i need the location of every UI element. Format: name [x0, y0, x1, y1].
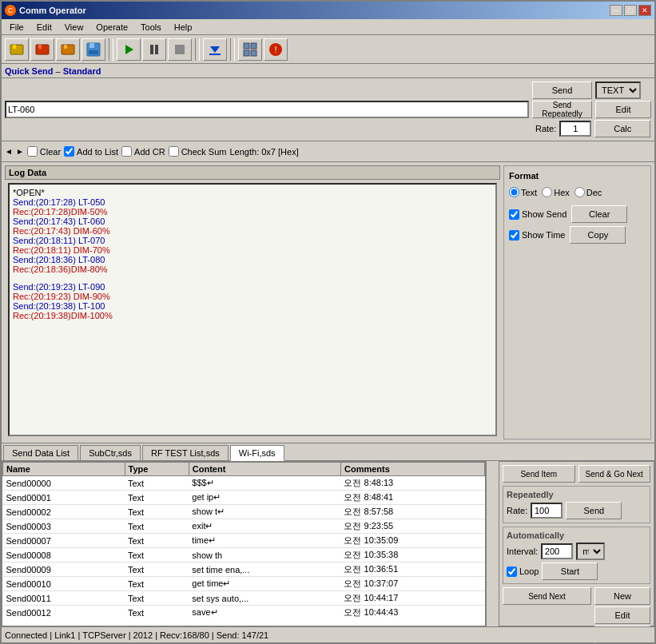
status-text: Connected | Link1 | TCPServer | 2012 | R…	[5, 630, 268, 640]
start-button[interactable]: Start	[542, 563, 598, 580]
stop-button[interactable]	[168, 38, 192, 61]
cell-type: Text	[125, 606, 189, 618]
log-entry: Send:(20:18:11) LT-070	[13, 236, 492, 245]
show-time-checkbox[interactable]: Show Time	[509, 230, 565, 241]
send-button[interactable]: Send	[532, 81, 592, 99]
close-button[interactable]: ✕	[638, 5, 651, 16]
table-row[interactable]: Send00003 Text exit↵ 오전 9:23:55	[3, 519, 485, 534]
menu-edit[interactable]: Edit	[30, 21, 58, 34]
table-row[interactable]: Send00011 Text set sys auto,... 오전 10:44…	[3, 591, 485, 606]
close-port-button[interactable]	[30, 38, 54, 61]
tab-rf-test[interactable]: RF TEST List,sds	[142, 445, 229, 460]
save-button[interactable]	[82, 38, 105, 61]
stop-red-button[interactable]: !	[264, 38, 288, 61]
loop-checkbox[interactable]: Loop	[507, 566, 539, 577]
pause-button[interactable]	[142, 38, 166, 61]
radio-dec[interactable]: Dec	[574, 187, 602, 197]
add-cr-checkbox[interactable]: Add CR	[121, 146, 165, 157]
cell-type: Text	[125, 591, 189, 606]
format-radio-group: Text Hex Dec	[509, 187, 646, 197]
grid-button[interactable]	[238, 38, 262, 61]
main-input[interactable]	[5, 101, 529, 118]
data-table-area[interactable]: Name Type Content Comments Send00000 Tex…	[2, 461, 486, 626]
send-repeatedly-button[interactable]: Send Repeatedly	[532, 101, 592, 118]
cell-comments: 오전 8:57:58	[340, 505, 484, 519]
cell-content: show t↵	[189, 505, 340, 519]
status-bar: Connected | Link1 | TCPServer | 2012 | R…	[2, 626, 654, 642]
table-row[interactable]: Send00008 Text show th 오전 10:35:38	[3, 548, 485, 563]
log-entry: Rec:(20:18:36)DIM-80%	[13, 264, 492, 274]
menu-operate[interactable]: Operate	[89, 21, 134, 34]
table-row[interactable]: Send00000 Text $$$↵ 오전 8:48:13	[3, 476, 485, 491]
log-entry: Send:(20:17:28) LT-050	[13, 197, 492, 207]
col-name: Name	[3, 463, 125, 476]
send-go-next-button[interactable]: Send & Go Next	[578, 465, 651, 483]
table-scroll[interactable]: Name Type Content Comments Send00000 Tex…	[2, 462, 485, 618]
repeatedly-send-button[interactable]: Send	[566, 502, 622, 519]
download-button[interactable]	[203, 38, 227, 61]
col-content: Content	[189, 463, 340, 476]
table-row[interactable]: Send00012 Text save↵ 오전 10:44:43	[3, 606, 485, 618]
svg-rect-18	[251, 50, 256, 56]
tab-wifi-sds[interactable]: Wi-Fi,sds	[230, 445, 284, 461]
next-arrow[interactable]: ►	[16, 147, 24, 156]
bottom-section: Name Type Content Comments Send00000 Tex…	[2, 461, 654, 626]
cell-name: Send00002	[3, 505, 125, 519]
format-copy-button[interactable]: Copy	[570, 226, 626, 244]
log-entry: Send:(20:19:23) LT-090	[13, 282, 492, 292]
check-sum-checkbox[interactable]: Check Sum	[169, 146, 227, 157]
col-comments: Comments	[340, 463, 484, 476]
tab-send-data-list[interactable]: Send Data List	[3, 445, 78, 460]
show-send-checkbox[interactable]: Show Send	[509, 209, 567, 220]
rate-input[interactable]	[559, 121, 591, 137]
interval-input[interactable]	[541, 543, 573, 559]
table-scrollbar[interactable]	[486, 461, 499, 626]
edit-button[interactable]: Edit	[595, 101, 651, 118]
quick-send-bar: Quick Send – Standard	[2, 64, 654, 78]
menu-file[interactable]: File	[3, 21, 30, 34]
svg-rect-11	[155, 45, 158, 54]
ms-select[interactable]: ms	[576, 543, 605, 560]
cell-comments: 오전 8:48:13	[340, 476, 484, 491]
cell-content: save↵	[189, 606, 340, 618]
add-to-list-checkbox[interactable]: Add to List	[64, 146, 118, 157]
radio-hex[interactable]: Hex	[542, 187, 570, 197]
format-clear-button[interactable]: Clear	[571, 205, 627, 223]
minimize-button[interactable]: ─	[610, 5, 622, 16]
menu-view[interactable]: View	[58, 21, 90, 34]
table-row[interactable]: Send00007 Text time↵ 오전 10:35:09	[3, 534, 485, 548]
cell-type: Text	[125, 534, 189, 548]
prev-arrow[interactable]: ◄	[5, 147, 13, 156]
cell-type: Text	[125, 505, 189, 519]
cell-comments: 오전 9:23:55	[340, 519, 484, 534]
cell-comments: 오전 10:37:07	[340, 577, 484, 591]
play-button[interactable]	[117, 38, 141, 61]
log-entry: Rec:(20:17:43) DIM-60%	[13, 226, 492, 236]
edit-button-2[interactable]: Edit	[594, 606, 650, 624]
table-row[interactable]: Send00009 Text set time ena,... 오전 10:36…	[3, 563, 485, 577]
text-format-select[interactable]: TEXT HEX	[595, 81, 641, 99]
quick-send-label: Quick Send	[5, 66, 54, 76]
table-row[interactable]: Send00001 Text get ip↵ 오전 8:48:41	[3, 491, 485, 505]
open-port-button[interactable]	[5, 38, 29, 61]
table-row[interactable]: Send00010 Text get time↵ 오전 10:37:07	[3, 577, 485, 591]
right-side-panel: Send Item Send & Go Next Repeatedly Rate…	[499, 461, 654, 626]
rate-input-2[interactable]	[531, 503, 563, 519]
log-area[interactable]: *OPEN* Send:(20:17:28) LT-050 Rec:(20:17…	[8, 183, 497, 436]
cell-content: set sys auto,...	[189, 591, 340, 606]
reload-button[interactable]	[56, 38, 80, 61]
app-icon: C	[5, 5, 16, 16]
send-next-button[interactable]: Send Next	[503, 587, 591, 605]
new-button[interactable]: New	[594, 587, 650, 605]
cell-type: Text	[125, 476, 189, 491]
table-row[interactable]: Send00002 Text show t↵ 오전 8:57:58	[3, 505, 485, 519]
menu-tools[interactable]: Tools	[134, 21, 168, 34]
send-item-button[interactable]: Send Item	[503, 465, 575, 483]
menu-help[interactable]: Help	[168, 21, 199, 34]
radio-text[interactable]: Text	[509, 187, 537, 197]
calc-button[interactable]: Calc	[594, 120, 650, 137]
maximize-button[interactable]: □	[624, 5, 637, 16]
cell-comments: 오전 10:36:51	[340, 563, 484, 577]
clear-checkbox[interactable]: Clear	[27, 146, 61, 157]
tab-subctr-sds[interactable]: SubCtr,sds	[80, 445, 141, 460]
